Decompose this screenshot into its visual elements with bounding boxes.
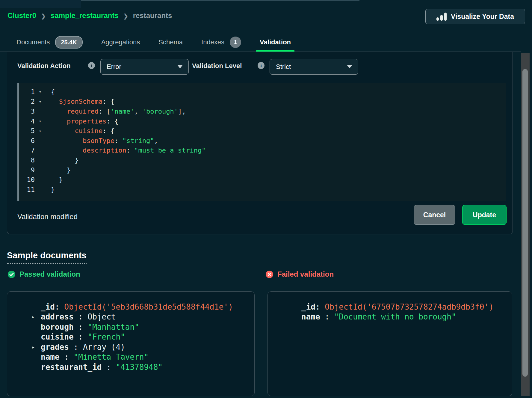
failed-validation-label: Failed validation: [265, 270, 334, 278]
fold-arrow-icon[interactable]: ▾: [35, 119, 46, 123]
tab-label: Documents: [16, 38, 50, 46]
field-value: "Minetta Tavern": [74, 352, 149, 361]
document-field-row[interactable]: borough : "Manhattan": [7, 322, 254, 332]
document-field-row[interactable]: restaurant_id : "41378948": [7, 362, 254, 372]
schema-code-editor[interactable]: 1▾{2▾$jsonSchema: {3required: ['name', '…: [17, 83, 506, 201]
validation-action-label: Validation Action: [17, 62, 71, 70]
tab-indexes[interactable]: Indexes1: [201, 32, 241, 52]
visualize-button-label: Visualize Your Data: [451, 13, 514, 21]
code-text: $jsonSchema: {: [51, 98, 114, 105]
fold-arrow-icon[interactable]: ▾: [35, 129, 46, 133]
line-number: 11: [17, 186, 35, 193]
validation-level-select[interactable]: Strict: [270, 59, 358, 75]
check-circle-icon: [7, 270, 16, 278]
scrollbar-thumb[interactable]: [522, 69, 528, 377]
code-text: }: [51, 186, 55, 193]
field-value: ObjectId('67507b732578274adb9db3f0'): [325, 302, 494, 311]
code-line: 11}: [17, 185, 506, 195]
tab-label: Indexes: [201, 38, 224, 46]
info-icon[interactable]: i: [258, 62, 265, 69]
failed-validation-text: Failed validation: [277, 270, 334, 278]
code-line: 6bsonType: "string",: [17, 136, 506, 146]
document-field-row[interactable]: cuisine : "French": [7, 332, 254, 342]
chevron-right-icon: ❯: [123, 13, 128, 19]
tab-schema[interactable]: Schema: [158, 32, 183, 52]
code-line: 7description: "must be a string": [17, 146, 506, 156]
tab-documents[interactable]: Documents25.4K: [16, 32, 83, 52]
field-separator: :: [102, 363, 116, 372]
line-number: 2: [17, 98, 35, 105]
field-value: Array (4): [83, 343, 125, 352]
field-separator: :: [74, 312, 88, 321]
field-name: _id: [41, 302, 55, 311]
code-text: properties: {: [51, 117, 118, 125]
editor-gutter-strip: [17, 83, 19, 201]
field-value: "Document with no borough": [334, 312, 456, 321]
document-field-row[interactable]: ▸grades : Array (4): [7, 342, 254, 352]
document-field-row[interactable]: _id: ObjectId('5eb3d668b31de5d588f44d1e'…: [7, 302, 254, 312]
breadcrumb-database[interactable]: sample_restaurants: [51, 11, 119, 20]
line-number: 6: [17, 137, 35, 144]
caret-down-icon: [178, 65, 182, 68]
expand-arrow-icon[interactable]: ▸: [32, 344, 41, 350]
validation-modified-status: Validation modified: [17, 212, 78, 221]
line-number: 10: [17, 176, 35, 183]
cancel-button[interactable]: Cancel: [414, 205, 455, 225]
field-name: restaurant_id: [41, 363, 102, 372]
tab-aggregations[interactable]: Aggregations: [101, 32, 140, 52]
validation-level-value: Strict: [276, 63, 291, 71]
update-button[interactable]: Update: [462, 205, 507, 225]
code-line: 2▾$jsonSchema: {: [17, 97, 506, 107]
field-name: borough: [41, 322, 74, 331]
validation-action-select[interactable]: Error: [100, 59, 189, 75]
field-separator: :: [320, 312, 334, 321]
fold-arrow-icon[interactable]: ▾: [35, 89, 46, 94]
workspace-tab-remnant: [0, 0, 81, 8]
compass-validation-screen: Cluster0 ❯ sample_restaurants ❯ restaura…: [0, 0, 532, 398]
validation-level-label: Validation Level: [192, 62, 242, 70]
tab-label: Aggregations: [101, 38, 140, 46]
document-field-row[interactable]: _id: ObjectId('67507b732578274adb9db3f0'…: [268, 302, 512, 312]
document-field-row[interactable]: name : "Minetta Tavern": [7, 352, 254, 362]
code-line: 1▾{: [17, 87, 506, 97]
code-text: cuisine: {: [51, 127, 114, 135]
chevron-right-icon: ❯: [41, 13, 46, 19]
passed-document-card: _id: ObjectId('5eb3d668b31de5d588f44d1e'…: [7, 291, 255, 396]
info-icon[interactable]: i: [88, 62, 95, 69]
document-field-row[interactable]: ▸address : Object: [7, 312, 254, 322]
code-line: 5▾cuisine: {: [17, 126, 506, 136]
line-number: 9: [17, 166, 35, 174]
code-text: description: "must be a string": [51, 147, 206, 154]
breadcrumb-cluster[interactable]: Cluster0: [7, 11, 36, 20]
code-text: bsonType: "string",: [51, 137, 158, 144]
field-name: _id: [301, 302, 315, 311]
code-line: 9}: [17, 165, 506, 175]
document-field-row[interactable]: name : "Document with no borough": [268, 312, 512, 322]
scrollbar-track[interactable]: [521, 53, 530, 396]
field-separator: :: [69, 343, 83, 352]
field-separator: :: [60, 352, 74, 361]
caret-down-icon: [347, 65, 352, 68]
field-value: Object: [88, 312, 116, 321]
line-number: 1: [17, 88, 35, 96]
code-lines: 1▾{2▾$jsonSchema: {3required: ['name', '…: [17, 87, 506, 195]
fold-arrow-icon[interactable]: ▾: [35, 99, 46, 104]
code-line: 8}: [17, 155, 506, 165]
visualize-your-data-button[interactable]: Visualize Your Data: [425, 9, 525, 24]
line-number: 4: [17, 117, 35, 125]
line-number: 3: [17, 108, 35, 115]
field-name: name: [301, 312, 320, 321]
expand-arrow-icon[interactable]: ▸: [32, 314, 41, 320]
code-text: }: [51, 176, 63, 183]
field-value: ObjectId('5eb3d668b31de5d588f44d1e'): [64, 302, 233, 311]
field-separator: :: [55, 302, 64, 311]
workspace-tabbar-divider: [81, 0, 359, 1]
code-line: 3required: ['name', 'borough'],: [17, 106, 506, 116]
code-text: required: ['name', 'borough'],: [51, 108, 186, 115]
failed-document-card: _id: ObjectId('67507b732578274adb9db3f0'…: [267, 291, 512, 396]
field-separator: :: [74, 332, 88, 341]
field-name: grades: [41, 343, 69, 352]
field-name: name: [41, 352, 60, 361]
tab-validation[interactable]: Validation: [260, 32, 291, 52]
code-text: {: [51, 88, 55, 96]
